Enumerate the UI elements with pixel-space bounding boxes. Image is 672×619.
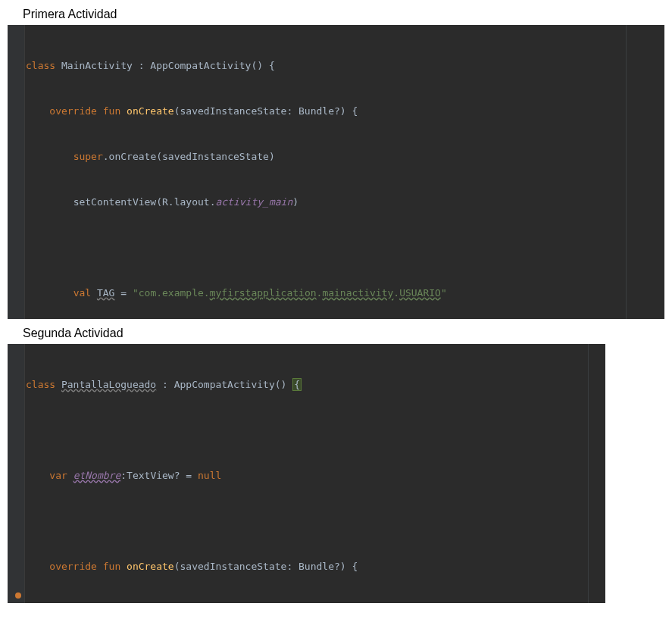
gutter-2 [8, 344, 25, 603]
kw: override fun [49, 105, 127, 117]
str: " [441, 287, 447, 299]
section1-title: Primera Actividad [23, 8, 672, 21]
fn: onCreate [127, 105, 174, 117]
editor-1[interactable]: class MainActivity : AppCompatActivity()… [8, 25, 664, 319]
kw: var [49, 470, 73, 481]
brace: { [292, 378, 302, 391]
code-text: .onCreate(savedInstanceState) [103, 151, 275, 162]
kw: override fun [49, 561, 127, 572]
editor-2[interactable]: class PantallaLogueado : AppCompatActivi… [8, 344, 605, 603]
var: etNombre [73, 470, 121, 481]
gutter-1 [8, 25, 25, 319]
warning-indicator [15, 592, 21, 599]
section2-title: Segunda Actividad [23, 327, 672, 340]
code-text: : AppCompatActivity() [156, 379, 292, 390]
str: mainactivity [322, 287, 393, 299]
var-tag: TAG [97, 287, 114, 299]
code-text: (savedInstanceState: Bundle?) { [174, 561, 358, 572]
code-text: :TextView? = [120, 470, 198, 481]
str: . [393, 287, 399, 299]
code-text: setContentView(R.layout. [73, 196, 216, 208]
class-name: PantallaLogueado [61, 379, 156, 390]
fn: onCreate [127, 561, 174, 572]
code-text: (savedInstanceState: Bundle?) { [174, 105, 358, 117]
kw: super [73, 151, 103, 162]
code-text: : AppCompatActivity() { [133, 60, 275, 71]
kw: class [26, 379, 61, 390]
class-name: MainActivity [61, 60, 133, 71]
code-text: = [114, 287, 132, 299]
str: myfirstapplication [210, 287, 317, 299]
ident: activity_main [215, 196, 292, 208]
kw: null [198, 470, 221, 481]
code-area-1[interactable]: class MainActivity : AppCompatActivity()… [24, 28, 664, 319]
kw: class [26, 60, 61, 71]
str: USUARIO [399, 287, 441, 299]
code-text: ) [292, 196, 298, 208]
code-area-2[interactable]: class PantallaLogueado : AppCompatActivi… [24, 347, 605, 603]
kw: val [73, 287, 97, 299]
str: "com.example. [133, 287, 210, 299]
